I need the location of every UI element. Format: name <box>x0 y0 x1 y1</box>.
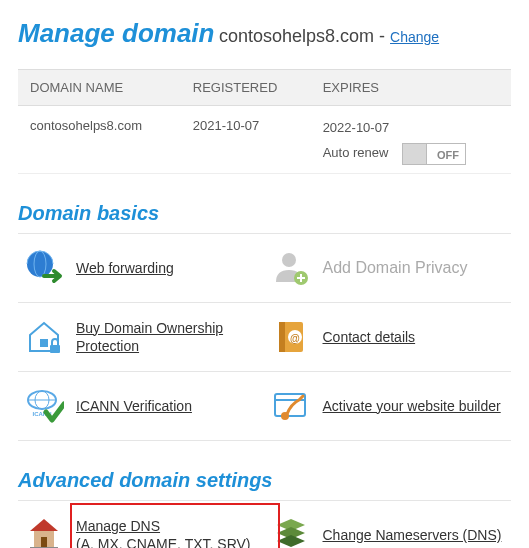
expires-date: 2022-10-07 <box>323 118 499 139</box>
svg-rect-5 <box>50 345 60 353</box>
svg-point-2 <box>282 253 296 267</box>
tile-label[interactable]: Contact details <box>323 328 416 346</box>
tile-label[interactable]: ICANN Verification <box>76 397 192 415</box>
address-book-icon: @ <box>271 317 311 357</box>
svg-rect-4 <box>40 339 48 347</box>
cell-registered: 2021-10-07 <box>181 106 311 174</box>
table-row: contosohelps8.com 2021-10-07 2022-10-07 … <box>18 106 511 174</box>
svg-text:@: @ <box>290 333 300 344</box>
separator: - <box>374 26 390 46</box>
server-stack-icon <box>271 515 311 548</box>
dns-house-icon <box>24 515 64 548</box>
paintbrush-window-icon <box>271 386 311 426</box>
tile-label[interactable]: Change Nameservers (DNS) <box>323 526 502 544</box>
house-lock-icon <box>24 317 64 357</box>
icann-check-icon: ICANN <box>24 386 64 426</box>
tile-contact-details[interactable]: @ Contact details <box>265 303 512 372</box>
tile-manage-dns[interactable]: Manage DNS (A, MX, CNAME, TXT, SRV) <box>18 501 265 548</box>
domain-table: DOMAIN NAME REGISTERED EXPIRES contosohe… <box>18 69 511 174</box>
cell-expires: 2022-10-07 Auto renew OFF <box>311 106 511 174</box>
auto-renew-toggle[interactable]: OFF <box>402 143 466 165</box>
tile-icann-verification[interactable]: ICANN ICANN Verification <box>18 372 265 441</box>
page-header: Manage domain contosohelps8.com - Change <box>18 18 511 49</box>
section-title-advanced: Advanced domain settings <box>18 469 511 492</box>
svg-rect-7 <box>279 322 285 352</box>
tile-label[interactable]: Activate your website builder <box>323 397 501 415</box>
tile-label[interactable]: Manage DNS (A, MX, CNAME, TXT, SRV) <box>76 517 251 548</box>
tile-website-builder[interactable]: Activate your website builder <box>265 372 512 441</box>
globe-arrow-icon <box>24 248 64 288</box>
change-domain-link[interactable]: Change <box>390 29 439 45</box>
svg-point-16 <box>281 412 289 420</box>
tile-label[interactable]: Buy Domain Ownership Protection <box>76 319 259 355</box>
col-domain-name: DOMAIN NAME <box>18 70 181 106</box>
toggle-knob <box>403 144 427 164</box>
person-plus-icon <box>271 248 311 288</box>
basics-grid: Web forwarding Add Domain Privacy Buy Do… <box>18 233 511 441</box>
svg-rect-18 <box>41 537 47 547</box>
col-expires: EXPIRES <box>311 70 511 106</box>
tile-label: Add Domain Privacy <box>323 259 468 277</box>
tile-buy-protection[interactable]: Buy Domain Ownership Protection <box>18 303 265 372</box>
tile-change-nameservers[interactable]: Change Nameservers (DNS) <box>265 501 512 548</box>
tile-label[interactable]: Web forwarding <box>76 259 174 277</box>
tile-web-forwarding[interactable]: Web forwarding <box>18 234 265 303</box>
advanced-grid: Manage DNS (A, MX, CNAME, TXT, SRV) Chan… <box>18 500 511 548</box>
auto-renew-label: Auto renew <box>323 145 389 160</box>
cell-domain-name: contosohelps8.com <box>18 106 181 174</box>
toggle-state-label: OFF <box>437 147 459 165</box>
domain-name-text: contosohelps8.com <box>219 26 374 46</box>
page-title: Manage domain <box>18 18 214 48</box>
tile-add-privacy: Add Domain Privacy <box>265 234 512 303</box>
col-registered: REGISTERED <box>181 70 311 106</box>
page-subtitle: contosohelps8.com - Change <box>219 26 439 46</box>
section-title-basics: Domain basics <box>18 202 511 225</box>
